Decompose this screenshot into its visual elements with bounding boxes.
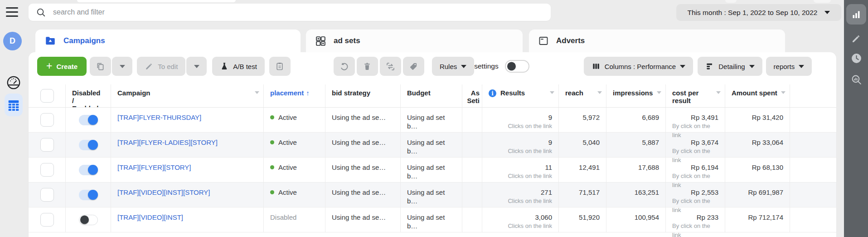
clipboard-icon xyxy=(275,62,284,71)
row-enabled-toggle[interactable] xyxy=(79,190,98,200)
sort-caret-icon xyxy=(657,91,661,94)
menu-icon[interactable] xyxy=(6,7,18,17)
chevron-down-icon xyxy=(824,11,830,14)
tab-adverts[interactable]: Adverts xyxy=(529,30,785,52)
status-dot-icon xyxy=(270,190,274,194)
row-checkbox[interactable] xyxy=(40,188,54,202)
budget-text: Using ad set b… xyxy=(407,163,456,180)
settings-toggle[interactable] xyxy=(505,60,529,73)
bid-strategy-text: Using the ad se… xyxy=(332,188,386,197)
duplicate-button[interactable] xyxy=(90,57,111,76)
undo-button[interactable] xyxy=(334,57,355,76)
status-dot-icon xyxy=(270,140,274,144)
tab-ad-sets[interactable]: ad sets xyxy=(306,30,523,52)
edit-options-button[interactable] xyxy=(186,57,207,76)
settings-label: settings xyxy=(474,62,498,70)
gauge-icon[interactable] xyxy=(5,74,23,92)
swap-button[interactable] xyxy=(380,57,401,76)
cost-per-result-note: By click on the link xyxy=(672,222,718,237)
create-button-label: Create xyxy=(56,63,78,70)
row-enabled-toggle[interactable] xyxy=(79,215,98,225)
tab-campaigns[interactable]: Campaigns xyxy=(35,30,301,52)
chevron-down-icon xyxy=(120,65,125,68)
pencil-icon[interactable] xyxy=(850,33,862,44)
column-header-impressions[interactable]: impressions xyxy=(606,84,666,107)
date-range-button[interactable]: This month : Sep 1, 2022 to Sep 10, 2022 xyxy=(676,4,841,21)
impressions-value: 100,954 xyxy=(635,213,659,222)
column-header-as-set[interactable]: As Seti xyxy=(462,84,482,107)
search-input[interactable] xyxy=(53,8,543,16)
row-enabled-toggle[interactable] xyxy=(79,115,98,125)
column-header-placement[interactable]: placement xyxy=(264,84,325,107)
table-row: [TRAF][VIDEO][INST] Disabled Using the a… xyxy=(29,207,836,232)
detailing-button[interactable]: Detailing xyxy=(698,57,762,76)
delete-button[interactable] xyxy=(357,57,378,76)
ab-test-button[interactable]: A/B test xyxy=(212,57,265,76)
results-note: Clicks on the link xyxy=(508,172,552,181)
create-button[interactable]: + Create xyxy=(37,57,87,76)
campaign-link[interactable]: [TRAF]FLYER-THURSDAY] xyxy=(117,113,201,122)
results-value: 271 xyxy=(541,188,552,197)
clock-icon[interactable] xyxy=(850,52,862,64)
columns-button[interactable]: Columns : Performance xyxy=(584,57,693,76)
detailing-button-label: Detailing xyxy=(718,63,745,70)
ads-manager-screen: D This xyxy=(0,0,868,237)
row-enabled-toggle[interactable] xyxy=(79,140,98,150)
campaign-link[interactable]: [TRAF][VIDEO][INST] xyxy=(117,213,183,222)
tab-adverts-label: Adverts xyxy=(556,36,585,45)
rules-button-label: Rules xyxy=(440,63,457,70)
tab-ad-sets-label: ad sets xyxy=(334,36,360,45)
table-row: [TRAF]FLYER-THURSDAY] Active Using the a… xyxy=(29,108,836,133)
trash-icon xyxy=(363,62,372,71)
table-icon[interactable] xyxy=(5,94,23,116)
column-header-bid-strategy[interactable]: bid strategy xyxy=(325,84,401,107)
status-dot-icon xyxy=(270,115,274,119)
edit-button[interactable]: To edit xyxy=(137,57,185,76)
status-text: Active xyxy=(278,113,297,122)
chart-search-icon[interactable] xyxy=(850,74,862,85)
campaign-link[interactable]: [TRAF][FLYER][STORY] xyxy=(117,163,191,172)
column-header-enabled: Disabled / Enabled xyxy=(66,84,111,107)
bar-chart-icon[interactable] xyxy=(846,4,866,25)
row-checkbox[interactable] xyxy=(40,113,54,127)
amount-spent-value: Rp 33,064 xyxy=(752,138,783,147)
window-fragment xyxy=(814,0,831,3)
select-all-checkbox[interactable] xyxy=(40,89,54,103)
column-header-campaign[interactable]: Campaign xyxy=(111,84,264,107)
chevron-down-icon xyxy=(461,65,466,68)
column-header-amount-spent[interactable]: Amount spent xyxy=(725,84,790,107)
table-row: [TRAF][VIDEO][INST][STORY] Active Using … xyxy=(29,183,836,207)
table-row: [TRAF][FLYER-LADIES][STORY] Active Using… xyxy=(29,133,836,158)
date-range-label: This month : Sep 1, 2022 to Sep 10, 2022 xyxy=(688,9,818,17)
campaign-link[interactable]: [TRAF][FLYER-LADIES][STORY] xyxy=(117,138,218,147)
campaign-link[interactable]: [TRAF][VIDEO][INST][STORY] xyxy=(117,188,210,197)
row-checkbox[interactable] xyxy=(40,213,54,227)
impressions-value: 17,688 xyxy=(638,163,659,172)
impressions-value: 163,251 xyxy=(635,188,659,197)
rules-button[interactable]: Rules xyxy=(432,57,474,76)
row-enabled-toggle[interactable] xyxy=(79,165,98,175)
column-header-reach[interactable]: reach xyxy=(559,84,606,107)
chevron-down-icon xyxy=(680,65,685,68)
results-value: 9 xyxy=(548,138,552,147)
swap-icon xyxy=(386,62,395,71)
folder-icon xyxy=(44,35,56,47)
column-header-cost-per-result[interactable]: cost per result xyxy=(666,84,725,107)
columns-button-label: Columns : Performance xyxy=(605,63,676,70)
undo-icon xyxy=(339,62,349,71)
row-checkbox[interactable] xyxy=(40,138,54,152)
duplicate-options-button[interactable] xyxy=(112,57,132,76)
column-header-results[interactable]: Results xyxy=(482,84,559,107)
tag-button[interactable] xyxy=(403,57,424,76)
column-header-budget[interactable]: Budget xyxy=(401,84,462,107)
clipboard-button[interactable] xyxy=(269,57,291,76)
table-row: [TRAF][FLYER][STORY] Active Using the ad… xyxy=(29,158,836,183)
impressions-value: 6,689 xyxy=(642,113,659,122)
row-checkbox[interactable] xyxy=(40,163,54,177)
reports-button[interactable]: reports xyxy=(766,57,812,76)
plus-icon: + xyxy=(46,61,52,71)
window-fragment xyxy=(725,0,737,3)
amount-spent-value: Rp 712,174 xyxy=(748,213,783,222)
avatar[interactable]: D xyxy=(3,32,22,50)
status-text: Disabled xyxy=(270,213,296,222)
